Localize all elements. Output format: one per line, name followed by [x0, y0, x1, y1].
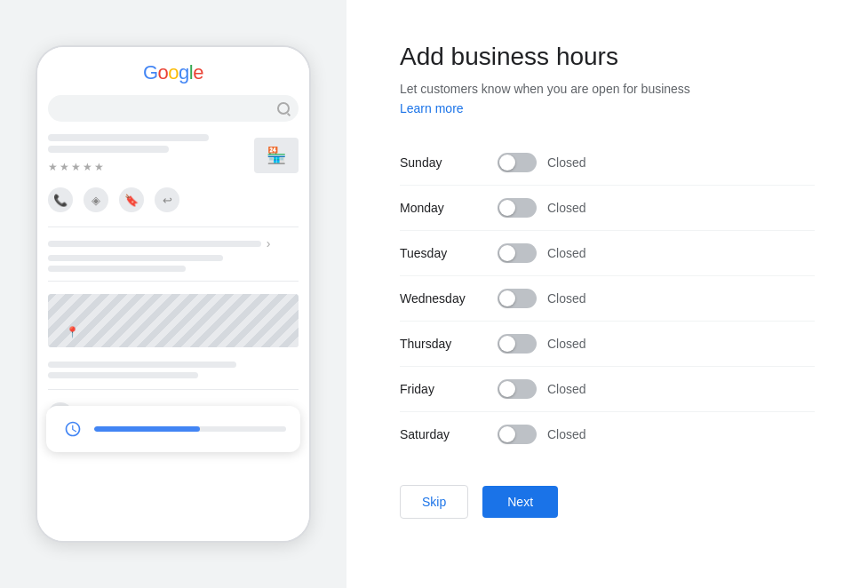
text-lines-2 [48, 362, 299, 378]
toggle-knob-friday [499, 381, 515, 397]
phone-action-directions[interactable]: ◈ [84, 187, 108, 212]
text-skel-5 [48, 372, 198, 378]
phone-search-input [57, 95, 277, 122]
divider-1 [48, 226, 299, 227]
text-lines-1: › [48, 236, 299, 272]
toggle-knob-wednesday [499, 290, 515, 306]
next-button[interactable]: Next [482, 486, 558, 518]
phone-action-share[interactable]: ↩ [155, 187, 179, 212]
toggle-thursday[interactable] [498, 334, 537, 354]
toggle-knob-tuesday [499, 245, 515, 261]
day-label-sunday: Sunday [400, 155, 498, 170]
toggle-knob-saturday [499, 426, 515, 442]
logo-e: e [193, 61, 203, 84]
clock-icon [60, 417, 85, 441]
day-label-saturday: Saturday [400, 427, 498, 441]
toggle-knob-monday [499, 200, 515, 216]
divider-2 [48, 281, 299, 282]
toggle-sunday[interactable] [498, 153, 537, 172]
highlight-card [46, 406, 300, 452]
day-label-tuesday: Tuesday [400, 246, 498, 260]
skeleton-line-2 [48, 146, 169, 153]
phone-mockup: Google ★ ★ ★ ★ ★ [36, 45, 311, 543]
status-label-saturday: Closed [547, 427, 586, 441]
day-label-wednesday: Wednesday [400, 291, 498, 306]
toggle-saturday[interactable] [498, 425, 537, 444]
progress-bar-fill [94, 426, 200, 432]
phone-action-save[interactable]: 🔖 [119, 187, 144, 212]
phone-search-icon [277, 102, 290, 115]
map-pin-icon: 📍 [66, 326, 79, 338]
status-label-friday: Closed [547, 382, 586, 396]
skeleton-row-1: ★ ★ ★ ★ ★ 🏪 [48, 134, 299, 177]
toggle-wednesday[interactable] [498, 289, 537, 308]
star-2: ★ [60, 161, 69, 173]
day-row-tuesday: TuesdayClosed [400, 231, 815, 276]
progress-bar [94, 426, 286, 432]
day-row-friday: FridayClosed [400, 367, 815, 412]
page-title: Add business hours [400, 43, 815, 71]
status-label-thursday: Closed [547, 337, 586, 351]
toggle-knob-sunday [499, 155, 515, 171]
store-image-placeholder: 🏪 [254, 138, 299, 173]
day-label-friday: Friday [400, 382, 498, 396]
text-skel-1 [48, 241, 261, 247]
status-label-tuesday: Closed [547, 246, 586, 260]
logo-o1: o [158, 61, 169, 84]
phone-screen: Google ★ ★ ★ ★ ★ [37, 47, 309, 541]
page-subtitle: Let customers know when you are open for… [400, 82, 815, 96]
day-row-monday: MondayClosed [400, 186, 815, 231]
learn-more-link[interactable]: Learn more [400, 101, 815, 115]
skip-button[interactable]: Skip [400, 485, 468, 519]
day-row-thursday: ThursdayClosed [400, 322, 815, 367]
stars-row: ★ ★ ★ ★ ★ [48, 161, 249, 173]
day-label-monday: Monday [400, 201, 498, 215]
logo-g2: g [179, 61, 189, 84]
google-logo-row: Google [48, 61, 299, 84]
toggle-monday[interactable] [498, 198, 537, 218]
phone-action-call[interactable]: 📞 [48, 187, 73, 212]
star-3: ★ [71, 161, 81, 173]
status-label-sunday: Closed [547, 155, 586, 170]
toggle-knob-thursday [499, 336, 515, 352]
google-logo: Google [143, 61, 203, 84]
day-label-thursday: Thursday [400, 337, 498, 351]
text-skel-4 [48, 362, 236, 368]
map-placeholder: 📍 [48, 294, 299, 347]
toggle-tuesday[interactable] [498, 243, 537, 263]
logo-o2: o [168, 61, 179, 84]
right-panel: Add business hours Let customers know wh… [346, 0, 868, 588]
phone-search-bar[interactable] [48, 95, 299, 122]
text-skel-3 [48, 266, 186, 272]
day-row-sunday: SundayClosed [400, 140, 815, 186]
skeleton-line-1 [48, 134, 209, 141]
status-label-wednesday: Closed [547, 291, 586, 306]
toggle-friday[interactable] [498, 379, 537, 399]
star-4: ★ [83, 161, 92, 173]
store-icon: 🏪 [254, 138, 299, 173]
day-row-saturday: SaturdayClosed [400, 412, 815, 457]
text-skel-2 [48, 255, 223, 261]
buttons-row: Skip Next [400, 485, 815, 519]
divider-3 [48, 389, 299, 390]
day-row-wednesday: WednesdayClosed [400, 276, 815, 322]
star-1: ★ [48, 161, 58, 173]
status-label-monday: Closed [547, 201, 586, 215]
logo-g: G [143, 61, 158, 84]
left-panel: Google ★ ★ ★ ★ ★ [0, 0, 346, 588]
text-skeleton-row-1: › [48, 236, 299, 250]
star-5: ★ [94, 161, 104, 173]
action-icons-row: 📞 ◈ 🔖 ↩ [48, 187, 299, 212]
days-list: SundayClosedMondayClosedTuesdayClosedWed… [400, 140, 815, 457]
chevron-right-icon: › [267, 236, 271, 250]
